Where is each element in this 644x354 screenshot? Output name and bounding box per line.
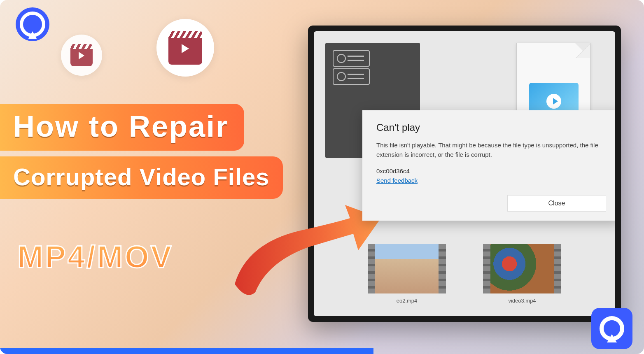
clapper-icon-small	[61, 35, 102, 76]
dialog-heading: Can't play	[376, 122, 606, 133]
brand-logo-bottom-right	[591, 308, 632, 349]
contact-card-icon	[333, 68, 370, 85]
title-line-1: How to Repair	[0, 104, 244, 151]
error-code: 0xc00d36c4	[376, 168, 606, 175]
close-button[interactable]: Close	[507, 195, 606, 212]
brand-logo-top-left	[16, 7, 49, 41]
arrow-icon	[226, 202, 383, 300]
error-dialog: Can't play This file isn't playable. Tha…	[362, 110, 615, 221]
title-block: How to Repair Corrupted Video Files	[0, 104, 283, 199]
thumb-filename: video3.mp4	[483, 298, 561, 304]
contact-card-icon	[333, 50, 370, 67]
clapper-icon-large	[156, 19, 214, 77]
send-feedback-link[interactable]: Send feedback	[376, 177, 418, 184]
video-thumbnail[interactable]: video3.mp4	[483, 244, 561, 304]
thumbnail-canvas: How to Repair Corrupted Video Files MP4/…	[0, 0, 644, 354]
dialog-body: This file isn't playable. That might be …	[376, 141, 606, 159]
title-line-2: Corrupted Video Files	[0, 156, 283, 199]
video-progress-bar[interactable]	[0, 348, 373, 354]
subtitle-formats: MP4/MOV	[17, 239, 173, 275]
